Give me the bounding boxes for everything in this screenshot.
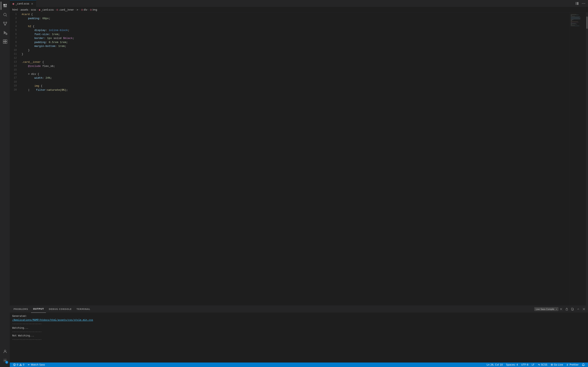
svg-rect-20	[577, 2, 579, 5]
activity-bar-bottom: 1	[1, 347, 9, 367]
breadcrumb-symbol-icon-3: ◎	[90, 8, 92, 11]
minimap	[570, 12, 586, 305]
output-line-sep1: --------------------	[12, 322, 586, 326]
table-row: 12	[10, 56, 570, 60]
status-position[interactable]: Ln 26, Col 10	[485, 363, 504, 367]
tab-output[interactable]: OUTPUT	[31, 306, 46, 313]
scrollbar-thumb[interactable]	[586, 17, 588, 29]
status-language[interactable]: SCSS	[536, 363, 549, 367]
breadcrumb-assets[interactable]: assets	[20, 8, 28, 11]
panel-collapse-button[interactable]	[576, 307, 581, 312]
mini-line	[571, 18, 581, 18]
output-line-generated: Generated:	[12, 314, 586, 318]
line-number: 18	[10, 80, 20, 84]
breadcrumb-file[interactable]: ◈ _card.scss	[39, 8, 54, 11]
go-live-button[interactable]: Go Live	[549, 363, 565, 367]
line-content: @include flex_sb;	[20, 64, 570, 68]
line-number: 10	[10, 48, 20, 52]
breadcrumb-file-icon: ◈	[39, 8, 40, 11]
line-number: 9	[10, 44, 20, 48]
breadcrumb-html[interactable]: html	[12, 8, 18, 11]
panel-clear-button[interactable]	[559, 307, 563, 312]
tab-filename: _card.scss	[16, 2, 29, 5]
sidebar-item-explorer[interactable]	[1, 2, 9, 10]
sidebar-item-search[interactable]	[1, 11, 9, 19]
svg-point-17	[4, 350, 6, 351]
account-button[interactable]	[1, 347, 9, 356]
editor-area: 1 #card { 2 padding: 60px; 3	[10, 12, 588, 305]
breadcrumb: html › assets › scss › ◈ _card.scss › ◎ …	[10, 7, 588, 12]
tab-terminal[interactable]: TERMINAL	[75, 306, 92, 313]
table-row: 20 | filter:saturate(0%);	[10, 88, 570, 92]
mini-line	[571, 16, 575, 16]
sidebar-item-run-debug[interactable]	[1, 29, 9, 37]
svg-rect-3	[3, 6, 7, 6]
breadcrumb-scss[interactable]: scss	[31, 8, 36, 11]
svg-rect-26	[571, 308, 573, 310]
status-encoding[interactable]: UTF-8	[520, 363, 530, 367]
svg-rect-4	[3, 7, 7, 7]
line-content: font-size: 1rem;	[20, 33, 570, 36]
editor-scrollbar[interactable]	[586, 12, 588, 305]
watch-sass-button[interactable]: Watch Sass	[26, 363, 47, 367]
line-content: .card__inner {	[20, 60, 570, 64]
status-bar-right: Ln 26, Col 10 Spaces: 4 UTF-8 LF SCSS Go…	[485, 363, 586, 367]
go-live-text: Go Live	[554, 363, 563, 366]
svg-point-18	[4, 360, 6, 361]
line-content: width: 24%;	[20, 76, 570, 80]
output-source-select[interactable]: Live Sass Compile	[534, 307, 558, 311]
status-errors[interactable]: 0 0	[11, 363, 26, 367]
code-editor[interactable]: 1 #card { 2 padding: 60px; 3	[10, 12, 570, 305]
svg-point-34	[20, 365, 21, 366]
line-content	[20, 20, 570, 25]
more-actions-button[interactable]	[581, 1, 586, 6]
sidebar-item-source-control[interactable]	[1, 20, 9, 28]
line-number: 2	[10, 17, 20, 21]
mini-line	[571, 25, 572, 25]
mini-line	[571, 18, 580, 19]
panel-copy-button[interactable]	[570, 307, 575, 312]
table-row: 16 > div {	[10, 72, 570, 76]
table-row: 13 .card__inner {	[10, 60, 570, 64]
notification-button[interactable]	[580, 363, 586, 367]
breadcrumb-img[interactable]: ◎ img	[90, 8, 97, 11]
prettier-button[interactable]: Prettier	[565, 363, 580, 367]
breadcrumb-sep-3: ›	[37, 8, 38, 11]
svg-point-21	[582, 3, 583, 4]
line-content	[20, 56, 570, 60]
line-number: 19	[10, 84, 20, 88]
tab-problems[interactable]: PROBLEMS	[11, 306, 30, 313]
panel-lock-button[interactable]	[564, 307, 569, 312]
status-spaces[interactable]: Spaces: 4	[504, 363, 520, 367]
watch-sass-label: Watch Sass	[31, 363, 45, 366]
status-bar: 0 0 Watch Sass Ln 26, Col 10 Spaces: 4 U…	[10, 363, 588, 367]
panel-close-button[interactable]	[581, 307, 586, 312]
sidebar-item-extensions[interactable]	[1, 38, 9, 46]
settings-button[interactable]: 1	[1, 356, 9, 365]
svg-rect-24	[566, 309, 568, 310]
split-editor-button[interactable]	[574, 1, 580, 6]
panel-content: Generated: /Applications/MAMP/htdocs/htm…	[10, 313, 588, 363]
line-number: 6	[10, 33, 20, 36]
svg-point-22	[583, 3, 584, 4]
tab-card-scss[interactable]: ◈ _card.scss ×	[10, 0, 36, 7]
encoding-text: UTF-8	[521, 363, 528, 366]
line-ending-text: LF	[532, 363, 535, 366]
tab-close-button[interactable]: ×	[30, 2, 34, 5]
tab-debug-console[interactable]: DEBUG CONSOLE	[47, 306, 74, 313]
svg-rect-2	[5, 5, 7, 6]
breadcrumb-filename: _card.scss	[41, 8, 54, 11]
breadcrumb-sep-4: ›	[54, 8, 56, 11]
breadcrumb-card-inner[interactable]: ◎ .card__inner	[56, 8, 74, 11]
mini-line	[571, 15, 572, 16]
output-line-path[interactable]: /Applications/MAMP/htdocs/html/assets/cs…	[12, 318, 586, 322]
breadcrumb-child: >	[76, 8, 78, 11]
output-link-path[interactable]: /Applications/MAMP/htdocs/html/assets/cs…	[12, 319, 93, 322]
svg-point-23	[585, 3, 585, 4]
output-source-selector[interactable]: Live Sass Compile ▾	[534, 307, 557, 311]
table-row: 8 padding: 0.5rem 1rem;	[10, 40, 570, 44]
breadcrumb-div[interactable]: ◎ div	[81, 8, 87, 11]
line-content: #card {	[20, 12, 570, 17]
error-count: 0	[17, 363, 18, 366]
status-line-ending[interactable]: LF	[530, 363, 536, 367]
